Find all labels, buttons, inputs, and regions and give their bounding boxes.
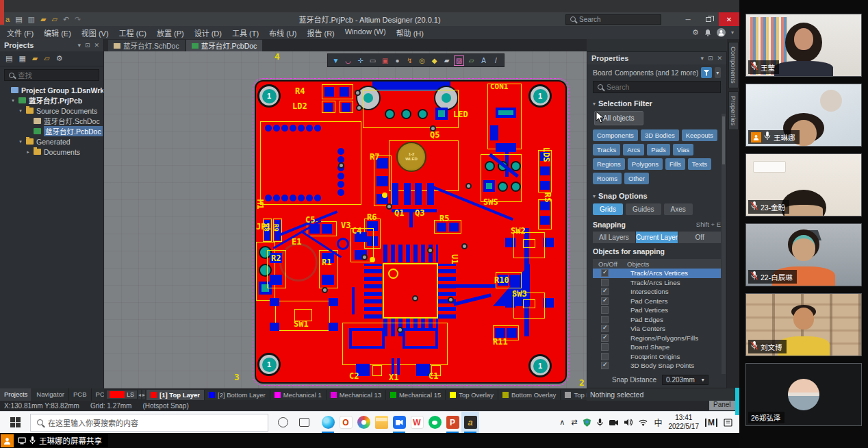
via[interactable] xyxy=(397,327,403,333)
snap-object-row[interactable]: Regions/Polygons/Fills xyxy=(593,334,721,343)
canvas-tool-icon[interactable]: / xyxy=(491,55,501,66)
tree-item[interactable]: ▾ 蓝牙台灯.PrjPcb xyxy=(0,95,103,105)
pad[interactable] xyxy=(329,298,338,306)
pad[interactable] xyxy=(418,109,428,119)
participant-tile[interactable]: 王琳娜 xyxy=(745,84,862,147)
snap-distance-value[interactable]: 0.203mm▾ xyxy=(662,375,709,385)
close-button[interactable]: ✕ xyxy=(719,12,739,26)
gear-icon[interactable]: ⚙ xyxy=(692,28,699,37)
menu-item[interactable]: 视图 (V) xyxy=(81,27,109,38)
pad[interactable] xyxy=(270,298,279,306)
canvas-tool-icon[interactable]: ▨ xyxy=(454,55,464,66)
menu-item[interactable]: 放置 (P) xyxy=(157,27,184,38)
selection-filter-button[interactable]: Components xyxy=(593,129,638,141)
participant-tile[interactable]: 22-白辰琳 xyxy=(745,223,862,286)
snapping-mode-button[interactable]: Current Layer xyxy=(636,232,678,243)
tree-item[interactable]: Project Group 1.DsnWrk xyxy=(0,85,103,95)
pad[interactable] xyxy=(270,275,282,285)
selection-filter-button[interactable]: Polygons xyxy=(628,158,663,170)
pad[interactable] xyxy=(376,176,388,186)
taskbar-app-icon[interactable]: a xyxy=(461,412,479,434)
document-tab[interactable]: 蓝牙台灯.SchDoc xyxy=(108,40,185,51)
mounting-hole[interactable]: 1 xyxy=(528,84,552,108)
tree-item[interactable]: ▾ Source Documents xyxy=(0,105,103,116)
pcb-canvas[interactable]: ▼◡✛▭▣●↯◎◆▰▨▱A/ 432 1111 xyxy=(104,51,587,388)
tree-expander-icon[interactable]: ▾ xyxy=(18,108,23,114)
via[interactable] xyxy=(322,287,328,293)
collapse-icon[interactable]: ▾ xyxy=(593,101,596,107)
projects-toolbar-icon[interactable]: ▤ xyxy=(5,55,12,62)
snap-object-row[interactable]: Board Shape xyxy=(593,343,721,352)
canvas-tool-icon[interactable]: ▭ xyxy=(368,55,378,66)
filter-button[interactable] xyxy=(701,67,711,78)
layer-tab[interactable]: Mechanical 15 xyxy=(386,390,446,400)
menu-item[interactable]: Window (W) xyxy=(345,27,386,38)
taskbar-search-input[interactable]: 在这里输入你要搜索的内容 xyxy=(30,414,268,432)
panel-tab[interactable]: Projects xyxy=(0,388,32,401)
panel-header-icon[interactable]: ✕ xyxy=(94,42,99,49)
taskbar-app-icon[interactable]: P xyxy=(444,412,461,434)
pad[interactable] xyxy=(496,143,516,152)
layer-scroll-left[interactable]: ◂ xyxy=(138,390,141,399)
pad[interactable] xyxy=(435,108,448,120)
canvas-tool-icon[interactable]: ▱ xyxy=(466,55,476,66)
mounting-hole[interactable]: 1 xyxy=(257,84,281,108)
tree-expander-icon[interactable]: ▸ xyxy=(25,149,31,155)
via[interactable] xyxy=(338,162,344,169)
pad[interactable] xyxy=(340,87,349,97)
taskbar-app-icon[interactable] xyxy=(355,412,372,434)
snapping-mode-button[interactable]: Off xyxy=(678,232,721,243)
selection-filter-button[interactable]: Tracks xyxy=(593,144,620,155)
pad[interactable] xyxy=(490,125,498,140)
pad[interactable] xyxy=(404,183,411,205)
taskbar-app-icon[interactable] xyxy=(372,412,390,434)
mounting-hole[interactable]: 1 xyxy=(257,353,281,376)
snap-toggle-button[interactable]: Grids xyxy=(593,203,623,215)
via[interactable] xyxy=(461,243,468,249)
camera-icon[interactable] xyxy=(609,419,618,426)
wled-gold-pad[interactable]: 1-2WLED xyxy=(396,142,426,172)
checkbox[interactable] xyxy=(601,325,609,332)
notification-center-icon[interactable] xyxy=(724,419,732,427)
layer-tab[interactable]: Top Overlay xyxy=(446,390,498,400)
selection-filter-button[interactable]: Rooms xyxy=(593,173,622,184)
via[interactable] xyxy=(355,90,361,96)
minimize-button[interactable]: ─ xyxy=(678,12,698,26)
participant-tile[interactable]: 26郑弘泽 xyxy=(745,363,862,426)
pad[interactable] xyxy=(401,109,411,119)
checkbox[interactable] xyxy=(601,288,609,295)
hidden-icons-chevron[interactable]: ∧ xyxy=(559,419,565,426)
checkbox[interactable] xyxy=(601,353,609,360)
layer-tab[interactable]: Bottom Overlay xyxy=(498,390,561,400)
projects-toolbar-icon[interactable]: ▰ xyxy=(32,55,38,62)
canvas-tool-icon[interactable]: ▣ xyxy=(380,55,390,66)
pad[interactable] xyxy=(485,161,495,171)
taskbar-app-icon[interactable]: W xyxy=(408,412,426,434)
selection-filter-button[interactable]: 3D Bodies xyxy=(641,129,679,141)
checkbox[interactable] xyxy=(601,334,609,342)
pad[interactable] xyxy=(483,180,495,192)
pad[interactable] xyxy=(511,182,521,192)
pad[interactable] xyxy=(324,103,333,112)
selection-filter-button[interactable]: Arcs xyxy=(623,144,644,155)
layer-tab[interactable]: Mechanical 13 xyxy=(327,390,386,400)
microphone-icon[interactable] xyxy=(597,419,603,427)
quick-access-icon[interactable]: a xyxy=(5,16,10,23)
layer-tab[interactable]: [2] Bottom Layer xyxy=(205,390,270,400)
tree-item[interactable]: ▸ Documents xyxy=(0,147,103,157)
layer-tab[interactable]: Mechanical 1 xyxy=(270,390,327,400)
canvas-tool-icon[interactable]: ● xyxy=(392,55,403,66)
via[interactable] xyxy=(361,254,368,260)
title-bar[interactable]: a▤▥▰▱↶↷ 蓝牙台灯.PrjPcb - Altium Designer (2… xyxy=(0,12,739,26)
clock[interactable]: 13:41 2022/5/17 xyxy=(669,414,700,431)
snap-object-row[interactable]: Intersections xyxy=(593,287,721,297)
start-button[interactable] xyxy=(0,412,30,434)
participant-tile[interactable]: 刘文博 xyxy=(745,293,862,356)
side-tab[interactable]: Components xyxy=(728,42,739,88)
v3-pad[interactable] xyxy=(337,238,349,250)
pad[interactable] xyxy=(509,275,520,286)
meeting-app-tray-icon[interactable]: M xyxy=(705,419,717,427)
checkbox[interactable] xyxy=(601,279,609,286)
quick-access-icon[interactable]: ↷ xyxy=(75,16,81,23)
canvas-tool-icon[interactable]: ▰ xyxy=(442,55,452,66)
